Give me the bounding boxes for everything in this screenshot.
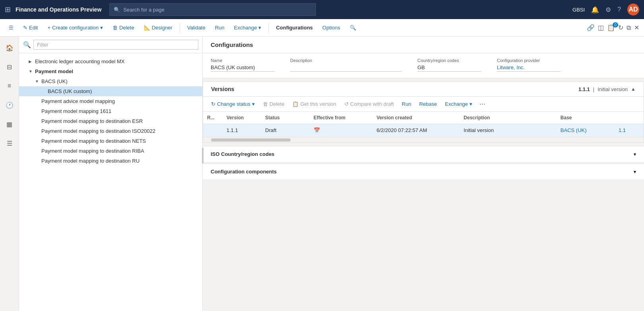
settings-icon[interactable]: ⚙ [605, 6, 611, 14]
tree-item-bacs-uk-custom[interactable]: BACS (UK custom) [19, 86, 202, 96]
tree-item-label-ru: Payment model mapping to destination RU [41, 158, 199, 164]
search-toolbar-button[interactable]: 🔍 [346, 23, 360, 32]
tree-item-label-bacs-uk: BACS (UK) [41, 78, 199, 84]
grid-nav-icon[interactable]: ▦ [3, 118, 16, 130]
tree-item-mapping-esr[interactable]: Payment model mapping to destination ESR [19, 116, 202, 126]
config-components-header[interactable]: Configuration components ▾ [203, 164, 644, 179]
provider-value[interactable]: Litware, Inc. [497, 64, 561, 72]
edit-button[interactable]: ✎ Edit [19, 23, 42, 32]
cell-version: 1.1.1 [223, 124, 261, 137]
designer-button[interactable]: 📐 Designer [140, 23, 177, 32]
config-components-section: Configuration components ▾ [203, 163, 644, 179]
description-value [290, 64, 402, 72]
search-bar[interactable]: 🔍 Search for a page [109, 3, 316, 16]
version-separator: | [593, 86, 594, 92]
get-this-version-button[interactable]: 📋 Get this version [289, 99, 339, 109]
rebase-button[interactable]: Rebase [416, 99, 440, 109]
list-icon[interactable]: ≡ [3, 80, 16, 92]
versions-collapse-icon[interactable]: ▲ [631, 86, 636, 92]
tree-item-mapping-riba[interactable]: Payment model mapping to destination RIB… [19, 146, 202, 156]
link-icon[interactable]: 🔗 [587, 24, 595, 31]
delete-icon: 🗑 [113, 25, 118, 31]
search-placeholder: Search for a page [123, 7, 164, 13]
change-status-button[interactable]: ↻ Change status ▾ [208, 99, 258, 109]
resize-handle[interactable] [202, 148, 204, 163]
plus-icon: + [47, 25, 50, 31]
window-icon[interactable]: ⧉ [627, 24, 631, 31]
versions-delete-button[interactable]: 🗑 Delete [260, 99, 288, 109]
user-initials: AD [628, 6, 638, 13]
exchange-button[interactable]: Exchange ▾ [230, 23, 266, 32]
col-header-status: Status [261, 112, 310, 124]
filter-icon[interactable]: ⊟ [3, 60, 16, 73]
tree-filter-input[interactable] [33, 40, 198, 50]
provider-field: Configuration provider Litware, Inc. [497, 58, 561, 72]
versions-run-button[interactable]: Run [399, 99, 415, 109]
country-field: Country/region codes GB [417, 58, 481, 72]
tree-item-mapping-nets[interactable]: Payment model mapping to destination NET… [19, 136, 202, 146]
versions-exchange-button[interactable]: Exchange ▾ [442, 99, 475, 109]
calendar-icon[interactable]: 📅 [314, 127, 320, 133]
tree-filter-bar: 🔍 [19, 37, 202, 53]
version-num: 1.1.1 [578, 86, 590, 92]
help-icon[interactable]: ? [617, 6, 621, 13]
hamburger-icon: ☰ [9, 25, 14, 31]
versions-delete-icon: 🗑 [263, 101, 268, 107]
search-icon: 🔍 [114, 7, 120, 13]
tree-item-payment-advice[interactable]: Payment advice model mapping [19, 96, 202, 106]
home-icon[interactable]: 🏠 [3, 41, 16, 54]
badge-icon[interactable]: 📋 0 [607, 24, 615, 31]
panel-icon[interactable]: ◫ [598, 24, 604, 31]
tree-item-payment-model[interactable]: ▼ Payment model [19, 66, 202, 76]
table-row[interactable]: 1.1.1 Draft 📅 6/2/2020 07:22:57 AM Initi… [203, 124, 644, 137]
iso-section-chevron-icon: ▾ [634, 152, 636, 157]
validate-button[interactable]: Validate [183, 23, 209, 32]
toolbar-right-icons: 🔗 ◫ 📋 0 ↻ ⧉ ✕ [587, 24, 639, 31]
tree-item-mapping-1611[interactable]: Payment model mapping 1611 [19, 106, 202, 116]
create-config-button[interactable]: + Create configuration ▾ [43, 23, 107, 32]
close-icon[interactable]: ✕ [634, 24, 639, 31]
cell-description: Initial version [460, 124, 557, 137]
cell-base[interactable]: BACS (UK) [557, 124, 615, 137]
user-avatar[interactable]: AD [627, 4, 639, 16]
run-button[interactable]: Run [211, 23, 229, 32]
description-field: Description [290, 58, 402, 72]
iso-section-header[interactable]: ISO Country/region codes ▾ [203, 146, 644, 162]
designer-icon: 📐 [144, 25, 150, 31]
tree-item-bacs-uk[interactable]: ▼ BACS (UK) [19, 76, 202, 86]
tree-item-mapping-ru[interactable]: Payment model mapping to destination RU [19, 156, 202, 166]
more-options-icon[interactable]: ··· [477, 99, 488, 109]
refresh-icon[interactable]: ↻ [618, 24, 623, 31]
tree-item-label-payment: Payment model [35, 68, 199, 74]
get-version-icon: 📋 [292, 101, 299, 107]
tree-content: ▶ Electronic ledger accounting model MX … [19, 53, 202, 311]
delete-button[interactable]: 🗑 Delete [109, 23, 138, 32]
horizontal-scrollbar[interactable] [203, 137, 644, 142]
tree-item-label-1611: Payment model mapping 1611 [41, 108, 199, 114]
configurations-section-title: Configurations [203, 37, 644, 53]
menu-toggle-button[interactable]: ☰ [5, 23, 17, 32]
app-title: Finance and Operations Preview [16, 6, 101, 13]
versions-exchange-chevron-icon: ▾ [469, 101, 472, 107]
options-button[interactable]: Options [318, 23, 344, 32]
toolbar-sep-1 [180, 23, 180, 33]
change-status-icon: ↻ [211, 101, 215, 107]
versions-table-wrapper: R... Version Status Effective from [203, 112, 644, 137]
left-sidebar: 🏠 ⊟ ≡ 🕐 ▦ ☰ [0, 37, 19, 311]
name-label: Name [211, 58, 274, 63]
col-header-base-ver [615, 112, 644, 124]
description-label: Description [290, 58, 402, 63]
notification-icon[interactable]: 🔔 [591, 6, 599, 14]
compare-with-draft-button[interactable]: ↺ Compare with draft [341, 99, 397, 109]
user-code: GBSI [572, 7, 585, 13]
lines-icon[interactable]: ☰ [3, 137, 16, 150]
tree-item-electronic-ledger[interactable]: ▶ Electronic ledger accounting model MX [19, 56, 202, 66]
grid-icon[interactable]: ⊞ [5, 5, 11, 14]
table-header-row: R... Version Status Effective from [203, 112, 644, 124]
clock-icon[interactable]: 🕐 [3, 99, 16, 111]
search-toolbar-icon: 🔍 [350, 25, 356, 31]
content-area: Configurations Name BACS (UK custom) Des… [203, 37, 644, 311]
configurations-button[interactable]: Configurations [272, 23, 316, 32]
cell-base-ver[interactable]: 1.1 [615, 124, 644, 137]
tree-item-mapping-iso[interactable]: Payment model mapping to destination ISO… [19, 126, 202, 136]
